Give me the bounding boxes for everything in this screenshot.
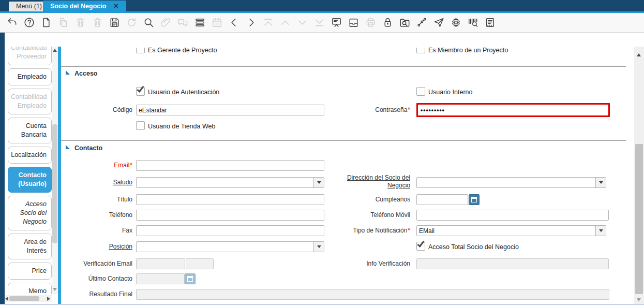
new-record-icon[interactable] — [40, 17, 52, 29]
find-icon[interactable] — [142, 17, 155, 29]
es-gerente-proyecto-checkbox[interactable] — [136, 48, 145, 53]
es-miembro-proyecto-checkbox[interactable] — [416, 48, 425, 53]
scroll-up-icon[interactable] — [53, 49, 57, 52]
usuario-autenticacion-checkbox[interactable] — [136, 87, 145, 96]
archive-icon[interactable] — [347, 17, 360, 29]
direccion-socio-label: Dirección del Socio del Negocio — [334, 174, 410, 190]
section-divider — [61, 140, 626, 141]
contacto-section-title: Contacto — [74, 144, 102, 152]
telefono-movil-label: Teléfono Móvil — [334, 211, 410, 219]
sidebar-tab-localizacion[interactable]: Localización — [8, 147, 52, 164]
cumpleanos-calendar-button[interactable] — [469, 194, 480, 205]
chat-icon — [176, 17, 189, 29]
next-record-icon — [296, 17, 308, 29]
usuario-autenticacion-label: Usuario de Autenticación — [148, 89, 219, 96]
verificacion-email-input-2 — [186, 258, 214, 269]
sidebar-tab-contacto-usuario[interactable]: Contacto(Usuario) — [8, 167, 52, 193]
form-pane: Es Gerente de Proyecto Es Miembro de un … — [61, 33, 634, 305]
usuario-interno-checkbox[interactable] — [416, 87, 425, 96]
save-icon[interactable] — [108, 17, 121, 29]
tipo-notificacion-value: EMail — [417, 226, 595, 236]
presentation-icon[interactable] — [330, 17, 342, 29]
tipo-notificacion-label: Tipo de Notificación* — [334, 227, 410, 235]
send-mail-icon[interactable] — [432, 17, 445, 29]
sidebar-vertical-scrollbar[interactable] — [52, 47, 58, 294]
codigo-label: Código — [61, 106, 132, 114]
acceso-section-title: Acceso — [74, 70, 97, 77]
zoom-across-icon[interactable] — [398, 17, 411, 29]
preferences-icon[interactable] — [450, 17, 462, 29]
previous-record-icon — [279, 17, 291, 29]
verificacion-email-input — [136, 258, 185, 269]
undo-icon[interactable] — [6, 17, 18, 29]
check-mark-icon — [417, 239, 424, 247]
ultimo-contacto-calendar-button[interactable] — [185, 273, 196, 284]
telefono-movil-input[interactable] — [416, 210, 609, 221]
tab-sidebar: ContabilidadProveedorEmpleadoContabilida… — [5, 33, 58, 305]
telefono-input[interactable] — [136, 210, 324, 221]
dropdown-button[interactable] — [313, 178, 324, 187]
chevron-down-icon — [317, 181, 321, 184]
parent-record-icon[interactable] — [228, 17, 240, 29]
help-icon[interactable] — [23, 17, 35, 29]
check-mark-icon — [137, 84, 144, 92]
lock-icon[interactable] — [381, 17, 394, 29]
ultimo-contacto-input — [136, 273, 185, 284]
fax-input[interactable] — [136, 225, 324, 236]
close-tab-icon[interactable]: ✕ — [113, 1, 119, 12]
last-record-icon — [313, 17, 325, 29]
dropdown-button[interactable] — [595, 178, 606, 187]
scrollbar-thumb[interactable] — [635, 144, 643, 294]
acceso-total-label: Acceso Total Socio del Negocio — [428, 243, 519, 251]
refresh-icon — [125, 17, 138, 29]
sidebar-tab-acceso-socio-del-negocio[interactable]: AccesoSocio delNegocio — [8, 196, 52, 230]
titulo-input[interactable] — [136, 194, 324, 205]
posicion-select[interactable] — [136, 241, 324, 252]
scroll-right-icon[interactable] — [47, 297, 50, 301]
sidebar-tab-area-de-interes[interactable]: Area deInterés — [8, 234, 52, 259]
scrollbar-thumb[interactable] — [52, 124, 57, 243]
calendar-icon — [471, 197, 477, 202]
chevron-down-icon — [599, 181, 603, 184]
grid-toggle-icon[interactable] — [193, 17, 206, 29]
telefono-label: Teléfono — [61, 211, 132, 219]
sidebar-horizontal-scrollbar[interactable] — [5, 295, 52, 302]
required-mark: * — [130, 162, 132, 169]
fax-label: Fax — [61, 227, 132, 235]
scrollbar-thumb[interactable] — [9, 296, 39, 301]
direccion-socio-select[interactable] — [416, 177, 606, 188]
scroll-up-icon[interactable] — [637, 53, 641, 56]
report-icon[interactable] — [484, 17, 496, 29]
tipo-notificacion-select[interactable]: EMail — [416, 225, 606, 236]
scroll-left-icon[interactable] — [5, 297, 8, 301]
main-vertical-scrollbar[interactable] — [634, 47, 644, 305]
email-input[interactable] — [136, 160, 324, 171]
first-record-icon — [262, 17, 274, 29]
collapse-section-icon[interactable] — [66, 70, 70, 75]
sidebar-tab-empleado[interactable]: Empleado — [8, 68, 52, 85]
posicion-label: Posición — [61, 243, 132, 251]
posicion-value — [137, 242, 313, 252]
collapse-section-icon[interactable] — [66, 145, 70, 149]
codigo-input[interactable]: eEstandar — [136, 105, 324, 115]
sidebar-tab-memo[interactable]: Memo — [8, 283, 52, 294]
toolbar — [0, 13, 644, 33]
saludo-label: Saludo — [61, 179, 132, 186]
acceso-total-checkbox[interactable] — [416, 242, 425, 251]
usuario-tienda-web-checkbox[interactable] — [136, 121, 145, 130]
scroll-down-icon[interactable] — [637, 298, 641, 301]
resultado-final-input — [136, 289, 609, 300]
dropdown-button[interactable] — [313, 242, 324, 252]
saludo-select[interactable] — [136, 177, 324, 188]
dropdown-button[interactable] — [595, 226, 606, 236]
sidebar-tab-cuenta-bancaria[interactable]: CuentaBancaria — [8, 118, 52, 143]
usuario-interno-label: Usuario Interno — [428, 89, 472, 96]
detail-record-icon[interactable] — [245, 17, 257, 29]
product-info-icon[interactable] — [467, 17, 479, 29]
history-icon — [211, 17, 223, 29]
workflow-icon[interactable] — [415, 17, 428, 29]
contrasena-input[interactable]: ••••••••• — [416, 103, 610, 117]
scroll-down-icon[interactable] — [53, 288, 57, 291]
sidebar-tab-price[interactable]: Price — [8, 263, 52, 280]
cumpleanos-input[interactable] — [416, 194, 468, 205]
